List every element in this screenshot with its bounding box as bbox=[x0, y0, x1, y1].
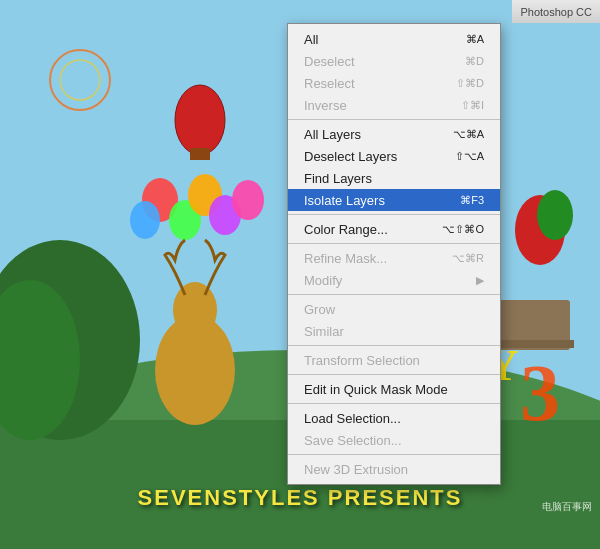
menu-item-deselect_layers[interactable]: Deselect Layers⇧⌥A bbox=[288, 145, 500, 167]
separator-19 bbox=[288, 374, 500, 375]
menu-item-label-similar: Similar bbox=[304, 324, 344, 339]
menu-item-label-grow: Grow bbox=[304, 302, 335, 317]
menu-item-shortcut-deselect: ⌘D bbox=[465, 55, 484, 68]
menu-item-find_layers[interactable]: Find Layers bbox=[288, 167, 500, 189]
svg-point-16 bbox=[173, 282, 217, 338]
separator-14 bbox=[288, 294, 500, 295]
menu-item-shortcut-color_range: ⌥⇧⌘O bbox=[442, 223, 484, 236]
menu-item-shortcut-deselect_layers: ⇧⌥A bbox=[455, 150, 484, 163]
separator-9 bbox=[288, 214, 500, 215]
separator-21 bbox=[288, 403, 500, 404]
svg-point-18 bbox=[537, 190, 573, 240]
menu-item-color_range[interactable]: Color Range...⌥⇧⌘O bbox=[288, 218, 500, 240]
menu-item-shortcut-reselect: ⇧⌘D bbox=[456, 77, 484, 90]
menu-item-label-reselect: Reselect bbox=[304, 76, 355, 91]
menu-item-label-all: All bbox=[304, 32, 318, 47]
menu-item-shortcut-all: ⌘A bbox=[466, 33, 484, 46]
menu-item-refine_mask: Refine Mask...⌥⌘R bbox=[288, 247, 500, 269]
menu-item-save_selection: Save Selection... bbox=[288, 429, 500, 451]
select-menu-dropdown: All⌘ADeselect⌘DReselect⇧⌘DInverse⇧⌘IAll … bbox=[287, 23, 501, 485]
menu-item-inverse: Inverse⇧⌘I bbox=[288, 94, 500, 116]
menu-item-modify: Modify▶ bbox=[288, 269, 500, 291]
canvas-bottom-text: SEVENSTYLES PRESENTS bbox=[138, 485, 463, 511]
separator-24 bbox=[288, 454, 500, 455]
menu-item-shortcut-isolate_layers: ⌘F3 bbox=[460, 194, 484, 207]
menu-item-label-isolate_layers: Isolate Layers bbox=[304, 193, 385, 208]
app-title: Photoshop CC bbox=[512, 0, 600, 23]
svg-text:3: 3 bbox=[520, 349, 560, 437]
menu-item-shortcut-inverse: ⇧⌘I bbox=[461, 99, 484, 112]
menu-item-shortcut-refine_mask: ⌥⌘R bbox=[452, 252, 484, 265]
photoshop-ui: 3 LY SEVENSTYLES PRESENTS 电脑百事网 Ps File … bbox=[0, 0, 600, 549]
separator-17 bbox=[288, 345, 500, 346]
menu-item-all_layers[interactable]: All Layers⌥⌘A bbox=[288, 123, 500, 145]
menu-item-all[interactable]: All⌘A bbox=[288, 28, 500, 50]
separator-4 bbox=[288, 119, 500, 120]
menu-item-label-color_range: Color Range... bbox=[304, 222, 388, 237]
menu-item-label-load_selection: Load Selection... bbox=[304, 411, 401, 426]
svg-point-13 bbox=[175, 85, 225, 155]
svg-point-12 bbox=[232, 180, 264, 220]
watermark-text: 电脑百事网 bbox=[542, 500, 592, 514]
menu-item-deselect: Deselect⌘D bbox=[288, 50, 500, 72]
menu-item-shortcut-all_layers: ⌥⌘A bbox=[453, 128, 484, 141]
separator-11 bbox=[288, 243, 500, 244]
menu-item-label-transform_selection: Transform Selection bbox=[304, 353, 420, 368]
svg-point-11 bbox=[130, 201, 160, 239]
menu-item-load_selection[interactable]: Load Selection... bbox=[288, 407, 500, 429]
menu-item-grow: Grow bbox=[288, 298, 500, 320]
menu-item-reselect: Reselect⇧⌘D bbox=[288, 72, 500, 94]
menu-item-label-inverse: Inverse bbox=[304, 98, 347, 113]
menu-item-label-refine_mask: Refine Mask... bbox=[304, 251, 387, 266]
menu-item-label-deselect_layers: Deselect Layers bbox=[304, 149, 397, 164]
menu-item-label-edit_quick_mask: Edit in Quick Mask Mode bbox=[304, 382, 448, 397]
menu-item-shortcut-modify: ▶ bbox=[476, 274, 484, 287]
menu-item-edit_quick_mask[interactable]: Edit in Quick Mask Mode bbox=[288, 378, 500, 400]
menu-item-isolate_layers[interactable]: Isolate Layers⌘F3 bbox=[288, 189, 500, 211]
menu-item-label-all_layers: All Layers bbox=[304, 127, 361, 142]
menu-item-label-modify: Modify bbox=[304, 273, 342, 288]
menu-item-label-new_3d_extrusion: New 3D Extrusion bbox=[304, 462, 408, 477]
menu-item-label-deselect: Deselect bbox=[304, 54, 355, 69]
svg-rect-14 bbox=[190, 148, 210, 160]
menu-item-label-save_selection: Save Selection... bbox=[304, 433, 402, 448]
menu-item-similar: Similar bbox=[288, 320, 500, 342]
menu-item-transform_selection: Transform Selection bbox=[288, 349, 500, 371]
menu-item-label-find_layers: Find Layers bbox=[304, 171, 372, 186]
menu-item-new_3d_extrusion: New 3D Extrusion bbox=[288, 458, 500, 480]
